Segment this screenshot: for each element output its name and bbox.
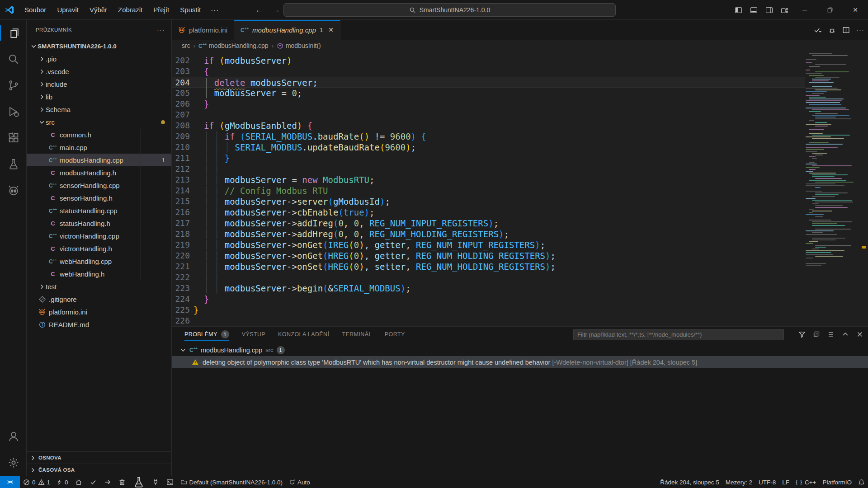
customize-layout-icon[interactable] — [777, 0, 792, 20]
tree-item-statusHandling.h[interactable]: CstatusHandling.h — [27, 217, 171, 230]
line-number[interactable]: 222 — [172, 272, 190, 283]
code-line-219[interactable]: 219 │ │ modbusServer->onGet(IREG(0), get… — [172, 239, 805, 250]
tree-item-platformio.ini[interactable]: platformio.ini — [27, 305, 171, 318]
explorer-more-actions-icon[interactable]: ··· — [157, 26, 165, 34]
code-line-216[interactable]: 216 │ │ modbusServer->cbEnable(true); — [172, 207, 805, 218]
cursor-position[interactable]: Řádek 204, sloupec 5 — [657, 476, 722, 488]
breadcrumb-item[interactable]: src — [182, 42, 190, 49]
tree-item-.vscode[interactable]: .vscode — [27, 65, 171, 78]
code-line-211[interactable]: 211 │ │ } — [172, 153, 805, 164]
code-line-212[interactable]: 212 │ │ — [172, 164, 805, 174]
tree-item-lib[interactable]: lib — [27, 90, 171, 103]
pio-serial-auto[interactable]: Auto — [286, 476, 313, 488]
tree-item-victronHandling.cpp[interactable]: C++victronHandling.cpp — [27, 230, 171, 242]
debug-alt-icon[interactable] — [828, 26, 836, 34]
line-number[interactable]: 207 — [172, 109, 190, 120]
code-line-221[interactable]: 221 │ │ modbusServer->onSet(HREG(0), set… — [172, 261, 805, 272]
line-number[interactable]: 223 — [172, 283, 190, 294]
tree-item-.pio[interactable]: .pio — [27, 52, 171, 65]
tree-item-sensorHandling.h[interactable]: CsensorHandling.h — [27, 192, 171, 204]
code-line-214[interactable]: 214 │ │ // Config Modbus RTU — [172, 185, 805, 196]
sidebar-section-OSNOVA[interactable]: OSNOVA — [27, 451, 171, 464]
menu-upravit[interactable]: Upravit — [52, 3, 84, 17]
tree-item-sensorHandling.cpp[interactable]: C++sensorHandling.cpp — [27, 179, 171, 192]
tab-close-icon[interactable]: ✕ — [328, 26, 334, 33]
menu-zobrazit[interactable]: Zobrazit — [113, 3, 148, 17]
pio-arrow-right-button[interactable] — [100, 476, 115, 488]
more-icon[interactable]: ··· — [856, 26, 864, 34]
panel-tab-KONZOLA LADĚNÍ[interactable]: KONZOLA LADĚNÍ — [278, 327, 329, 342]
code-line-222[interactable]: 222 │ │ — [172, 272, 805, 283]
pio-check-button[interactable] — [86, 476, 100, 488]
activity-accounts[interactable] — [0, 423, 27, 450]
tab-modbusHandling.cpp[interactable]: C++modbusHandling.cpp1✕ — [234, 20, 340, 40]
line-number[interactable]: 225 — [172, 305, 190, 315]
tree-item-webHandling.h[interactable]: CwebHandling.h — [27, 267, 171, 280]
code-line-209[interactable]: 209 │ │ if (SERIAL_MODBUS.baudRate() != … — [172, 131, 805, 142]
tree-item-SMARTSHUNTINA226-1.0.0[interactable]: SMARTSHUNTINA226-1.0.0 — [27, 40, 171, 52]
line-number[interactable]: 202 — [172, 55, 190, 66]
code-line-206[interactable]: 206 } — [172, 99, 805, 109]
tree-item-victronHandling.h[interactable]: CvictronHandling.h — [27, 242, 171, 255]
code-line-213[interactable]: 213 │ │ modbusServer = new ModbusRTU; — [172, 174, 805, 185]
line-number[interactable]: 219 — [172, 239, 190, 250]
tree-item-webHandling.cpp[interactable]: C++webHandling.cpp — [27, 255, 171, 267]
code-line-226[interactable]: 226 — [172, 315, 805, 326]
line-number[interactable]: 226 — [172, 315, 190, 326]
nav-back-icon[interactable]: ← — [255, 5, 264, 15]
problems-file-group-row[interactable]: C++ modbusHandling.cpp src 1 — [172, 344, 868, 356]
toggle-secondary-sidebar-icon[interactable] — [761, 0, 777, 20]
activity-testing[interactable] — [0, 151, 27, 177]
pio-terminal-button[interactable] — [163, 476, 177, 488]
line-number[interactable]: 205 — [172, 88, 190, 99]
line-number[interactable]: 218 — [172, 229, 190, 239]
menu-přejít[interactable]: Přejít — [148, 3, 175, 17]
minimap[interactable] — [805, 52, 854, 323]
code-line-225[interactable]: 225} — [172, 305, 805, 315]
activity-platformio[interactable] — [0, 177, 27, 203]
activity-settings[interactable] — [0, 450, 27, 476]
encoding[interactable]: UTF-8 — [755, 476, 779, 488]
tree-item-modbusHandling.h[interactable]: CmodbusHandling.h — [27, 166, 171, 179]
code-line-224[interactable]: 224 } — [172, 294, 805, 305]
code-editor[interactable]: 202 if (modbusServer)203 {204 │ delete m… — [172, 52, 868, 326]
tree-item-Schema[interactable]: Schema — [27, 103, 171, 116]
nav-forward-icon[interactable]: → — [272, 5, 280, 15]
code-line-210[interactable]: 210 │ │ │ SERIAL_MODBUS.updateBaudRate(9… — [172, 142, 805, 153]
close-panel-icon[interactable] — [856, 331, 863, 338]
run-task-icon[interactable] — [813, 26, 822, 34]
maximize-panel-icon[interactable] — [842, 331, 849, 338]
problem-warning-row[interactable]: deleting object of polymorphic class typ… — [172, 356, 868, 368]
window-minimize-button[interactable]: ─ — [792, 0, 817, 20]
line-number[interactable]: 203 — [172, 66, 190, 77]
remote-indicator[interactable]: >< — [0, 476, 20, 488]
line-number[interactable]: 215 — [172, 196, 190, 207]
line-number[interactable]: 208 — [172, 120, 190, 131]
view-as-table-icon[interactable] — [827, 331, 835, 338]
panel-tab-VÝSTUP[interactable]: VÝSTUP — [242, 327, 265, 342]
command-center-search[interactable]: SmartShuntINA226-1.0.0 — [283, 3, 616, 17]
toggle-panel-icon[interactable] — [746, 0, 761, 20]
line-number[interactable]: 213 — [172, 174, 190, 185]
eol[interactable]: LF — [779, 476, 793, 488]
panel-tab-PROBLÉMY[interactable]: PROBLÉMY1 — [184, 327, 229, 342]
line-number[interactable]: 211 — [172, 153, 190, 164]
tree-item-.gitignore[interactable]: .gitignore — [27, 293, 171, 305]
pio-home-button[interactable] — [71, 476, 86, 488]
menu-overflow-button[interactable]: ··· — [206, 6, 223, 14]
line-number[interactable]: 212 — [172, 164, 190, 174]
code-line-217[interactable]: 217 │ │ modbusServer->addIreg(0, 0, REG_… — [172, 218, 805, 229]
line-number[interactable]: 210 — [172, 142, 190, 153]
collapse-all-icon[interactable] — [813, 331, 820, 338]
toggle-sidebar-icon[interactable] — [731, 0, 746, 20]
menu-výběr[interactable]: Výběr — [84, 3, 113, 17]
split-editor-icon[interactable] — [842, 26, 850, 34]
tree-item-main.cpp[interactable]: C++main.cpp — [27, 141, 171, 154]
tree-item-README.md[interactable]: README.md — [27, 318, 171, 331]
code-line-208[interactable]: 208 if (gModbusEanbled) { — [172, 120, 805, 131]
problems-status-item[interactable]: 0 1 — [20, 476, 53, 488]
window-restore-button[interactable] — [817, 0, 843, 20]
panel-tab-PORTY[interactable]: PORTY — [385, 327, 405, 342]
line-number[interactable]: 217 — [172, 218, 190, 229]
line-number[interactable]: 209 — [172, 131, 190, 142]
